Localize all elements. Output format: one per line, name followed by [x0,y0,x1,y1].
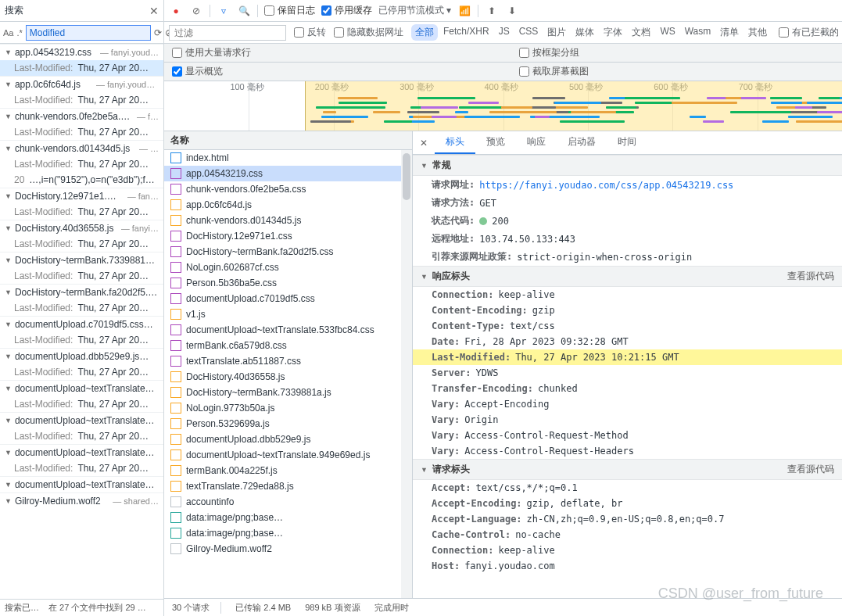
request-row[interactable]: accountinfo [164,494,412,510]
type-chip[interactable]: JS [495,24,514,41]
request-row[interactable]: documentUpload~textTranslate.949e69ed.js [164,447,412,463]
search-result-file[interactable]: ▼documentUpload.dbb529e9.js… [0,349,163,364]
section-header[interactable]: ▼响应标头查看源代码 [413,266,842,287]
section-header[interactable]: ▼请求标头查看源代码 [413,459,842,480]
search-result-file[interactable]: ▼chunk-vendors.0fe2be5a.css— f… [0,109,163,124]
hide-data-urls-toggle[interactable]: 隐藏数据网址 [334,26,403,39]
big-rows-toggle[interactable]: 使用大量请求行 [172,46,251,59]
type-chip[interactable]: 文档 [628,24,654,41]
detail-tab[interactable]: 启动器 [557,131,607,154]
blocked-cookies-toggle[interactable]: 有已拦截的 Coo [779,26,842,39]
search-result-line[interactable]: Last-Modified:Thu, 27 Apr 20… [0,268,163,284]
search-result-file[interactable]: ▼documentUpload~textTranslate… [0,413,163,428]
request-row[interactable]: Gilroy-Medium.woff2 [164,541,412,557]
type-chip[interactable]: Wasm [681,24,715,41]
search-result-line[interactable]: Last-Modified:Thu, 27 Apr 20… [0,332,163,348]
search-result-file[interactable]: ▼documentUpload~textTranslate… [0,381,163,396]
request-row[interactable]: termBank.c6a579d8.css [164,338,412,353]
type-chip[interactable]: Fetch/XHR [439,24,493,41]
type-chip[interactable]: 其他 [744,24,771,41]
overview-toggle[interactable]: 显示概览 [172,65,223,78]
close-icon[interactable]: ✕ [149,5,159,17]
request-row[interactable]: v1.js [164,306,412,322]
search-result-file[interactable]: ▼documentUpload.c7019df5.css… [0,317,163,332]
network-overview[interactable]: 100 毫秒200 毫秒300 毫秒400 毫秒500 毫秒600 毫秒700 … [164,81,842,131]
search-result-file[interactable]: ▼DocHistory.12e971e1.css— fan… [0,188,163,204]
search-input[interactable] [26,25,151,41]
detail-tab[interactable]: 时间 [607,131,647,154]
request-row[interactable]: documentUpload~textTranslate.533fbc84.cs… [164,322,412,338]
download-icon[interactable]: ⬇ [505,4,519,18]
request-row[interactable]: documentUpload.dbb529e9.js [164,432,412,447]
request-row[interactable]: chunk-vendors.0fe2be5a.css [164,181,412,197]
request-row[interactable]: NoLogin.602687cf.css [164,260,412,275]
search-result-file[interactable]: ▼DocHistory~termBank.fa20d2f5.… [0,285,163,300]
request-row[interactable]: data:image/png;base… [164,525,412,541]
type-chip[interactable]: WS [656,24,679,41]
detail-tab[interactable]: 响应 [516,131,557,154]
request-row[interactable]: textTranslate.ab511887.css [164,353,412,369]
close-detail-icon[interactable]: ✕ [413,131,435,154]
throttling-select[interactable]: 已停用节流模式 ▾ [378,4,451,17]
type-chip[interactable]: 字体 [600,24,626,41]
record-icon[interactable]: ● [169,4,183,18]
search-result-file[interactable]: ▼chunk-vendors.d01434d5.js— … [0,141,163,156]
search-result-line[interactable]: Last-Modified:Thu, 27 Apr 20… [0,460,163,476]
screenshots-toggle[interactable]: 截取屏幕截图 [519,65,589,78]
match-case-toggle[interactable]: Aa [3,25,13,41]
view-source-link[interactable]: 查看源代码 [787,270,834,283]
refresh-icon[interactable]: ⟳ [154,27,162,39]
request-row[interactable]: chunk-vendors.d01434d5.js [164,213,412,228]
search-result-file[interactable]: ▼app.0c6fc64d.js— fanyi.youdao… [0,77,163,92]
type-chip[interactable]: 图片 [543,24,570,41]
search-result-line[interactable]: Last-Modified:Thu, 27 Apr 20… [0,156,163,172]
request-row[interactable]: documentUpload.c7019df5.css [164,291,412,306]
search-icon[interactable]: 🔍 [237,4,251,18]
search-result-file[interactable]: ▼documentUpload~textTranslate… [0,477,163,492]
disable-cache-toggle[interactable]: 停用缓存 [321,4,372,17]
search-result-line[interactable]: Last-Modified:Thu, 27 Apr 20… [0,124,163,140]
search-result-line[interactable]: Last-Modified:Thu, 27 Apr 20… [0,60,163,76]
request-row[interactable]: index.html [164,150,412,166]
regex-toggle[interactable]: .* [16,25,22,41]
wifi-icon[interactable]: 📶 [457,4,471,18]
clear-icon[interactable]: ⊘ [189,4,203,18]
search-result-file[interactable]: ▼DocHistory~termBank.7339881a… [0,252,163,268]
invert-toggle[interactable]: 反转 [294,26,326,39]
request-row[interactable]: textTranslate.729eda88.js [164,478,412,494]
type-chip[interactable]: 全部 [411,24,438,41]
view-source-link[interactable]: 查看源代码 [787,463,834,476]
request-row[interactable]: data:image/png;base… [164,510,412,525]
filter-icon[interactable]: ▿ [217,4,231,18]
type-chip[interactable]: 媒体 [571,24,598,41]
request-row[interactable]: DocHistory.40d36558.js [164,369,412,385]
request-row[interactable]: Person.5b36ba5e.css [164,275,412,291]
upload-icon[interactable]: ⬆ [485,4,499,18]
request-row[interactable]: app.04543219.css [164,166,412,181]
type-chip[interactable]: 清单 [716,24,743,41]
request-row[interactable]: DocHistory~termBank.fa20d2f5.css [164,244,412,260]
preserve-log-toggle[interactable]: 保留日志 [264,4,315,17]
search-result-line[interactable]: Last-Modified:Thu, 27 Apr 20… [0,300,163,316]
request-row[interactable]: termBank.004a225f.js [164,463,412,478]
name-column-header[interactable]: 名称 [164,131,412,150]
search-result-line[interactable]: Last-Modified:Thu, 27 Apr 20… [0,364,163,380]
search-result-line[interactable]: Last-Modified:Thu, 27 Apr 20… [0,428,163,444]
scrollbar[interactable] [401,150,412,598]
type-chip[interactable]: CSS [515,24,543,41]
search-result-line[interactable]: Last-Modified:Thu, 27 Apr 20… [0,396,163,412]
search-result-file[interactable]: ▼DocHistory.40d36558.js— fanyi… [0,220,163,236]
detail-tab[interactable]: 标头 [435,131,475,154]
section-header[interactable]: ▼常规 [413,155,842,176]
search-result-line[interactable]: Last-Modified:Thu, 27 Apr 20… [0,92,163,108]
search-result-line[interactable]: Last-Modified:Thu, 27 Apr 20… [0,236,163,252]
request-row[interactable]: DocHistory~termBank.7339881a.js [164,385,412,400]
search-result-file[interactable]: ▼documentUpload~textTranslate… [0,445,163,460]
search-result-line[interactable]: 20…,i=n("9152"),o=n("e3db");f… [0,172,163,188]
request-row[interactable]: Person.5329699a.js [164,416,412,432]
group-by-frame-toggle[interactable]: 按框架分组 [519,46,579,59]
request-row[interactable]: app.0c6fc64d.js [164,197,412,213]
filter-input[interactable] [169,25,286,41]
search-result-file[interactable]: ▼Gilroy-Medium.woff2— shared… [0,493,163,509]
search-result-line[interactable]: Last-Modified:Thu, 27 Apr 20… [0,204,163,220]
